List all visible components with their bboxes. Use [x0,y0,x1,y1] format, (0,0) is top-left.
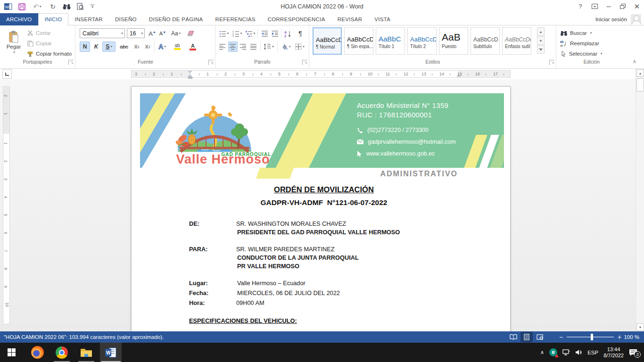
paste-button[interactable]: Pegar▾ [3,27,25,58]
font-color-button[interactable]: A [186,41,200,52]
highlight-color-button[interactable]: ab [170,41,184,52]
shading-button[interactable]: ▾ [279,41,292,52]
shrink-font-button[interactable]: A▼ [158,28,167,39]
text-effects-button[interactable]: A▾ [156,41,168,52]
tab-inicio[interactable]: INICIO [38,13,69,26]
tab-vista[interactable]: VISTA [368,13,396,25]
style-título-2[interactable]: AaBbCcDTítulo 2 [407,27,437,55]
paragraph-dialog-launcher[interactable]: ↘ [302,60,307,65]
styles-dialog-launcher[interactable]: ↘ [549,60,554,65]
customize-qat-button[interactable]: ▾ [90,2,95,11]
superscript-button[interactable]: X2 [142,41,153,52]
tab-correspondencia[interactable]: CORRESPONDENCIA [262,13,331,25]
style-título-1[interactable]: AaBbCTítulo 1 [376,27,405,55]
scrollbar-thumb[interactable] [636,78,644,91]
restore-button[interactable] [616,0,630,13]
font-size-combo[interactable]: 16▾ [127,28,145,38]
taskbar-chrome-button[interactable] [51,343,73,362]
increase-indent-button[interactable] [270,28,280,39]
zoom-slider-thumb[interactable] [591,334,593,340]
left-indent-marker[interactable] [188,77,192,79]
sign-in-link[interactable]: Iniciar sesión [595,13,627,25]
replace-button[interactable]: abac Reemplazar [560,39,599,48]
zoom-slider-track[interactable] [567,337,614,337]
italic-button[interactable]: K [91,41,101,52]
change-case-button[interactable]: Aa▾ [169,28,182,39]
justify-button[interactable] [249,41,258,52]
align-left-button[interactable] [218,41,227,52]
status-summary[interactable]: "HOJA CAMION 2022 06": 103.994 caractere… [4,331,164,343]
tab-archivo[interactable]: ARCHIVO [0,13,38,25]
start-button[interactable] [0,343,23,362]
tray-expand-chevron[interactable]: ∧ [540,349,544,355]
taskbar-word-button[interactable]: W [100,343,122,362]
horizontal-ruler[interactable]: 3211234567891011121314151617 [131,70,511,78]
select-button[interactable]: Seleccionar▾ [560,49,603,58]
style--sin-espa-[interactable]: AaBbCcDc¶ Sin espa... [344,27,373,55]
strikethrough-button[interactable]: abc [117,41,131,52]
styles-gallery-expand-button[interactable]: ▼ [537,45,545,54]
document-page[interactable]: GAD PARROQUIAL Valle Hermoso Acuerdo Min… [131,86,511,331]
clear-formatting-button[interactable] [185,28,197,39]
tab-referencias[interactable]: REFERENCIAS [209,13,262,25]
font-dialog-launcher[interactable]: ↘ [208,60,214,65]
clipboard-dialog-launcher[interactable]: ↘ [68,60,74,65]
redo-button[interactable]: ↻ [49,2,57,11]
network-icon[interactable] [562,349,570,355]
web-layout-button[interactable] [534,332,546,342]
cut-button[interactable]: Cortar [27,29,51,37]
antivirus-tray-icon[interactable]: e [549,348,557,356]
zoom-in-button[interactable]: + [618,331,621,343]
style--normal[interactable]: AaBbCcDc¶ Normal [313,27,342,55]
zoom-level[interactable]: 100 % [624,331,639,343]
vertical-scrollbar[interactable]: ▲ ▼ [636,69,644,331]
undo-dropdown-icon[interactable]: ▾ [40,5,41,8]
taskbar-explorer-button[interactable] [75,343,97,362]
find-binoculars-button[interactable] [62,2,71,11]
underline-button[interactable]: S▾ [102,41,116,52]
style-énfasis-sutil[interactable]: AaBbCcDcÉnfasis sutil [502,27,531,55]
taskbar-firefox-button[interactable] [26,343,48,362]
multilevel-list-button[interactable]: ▾ [244,28,256,39]
save-button[interactable] [17,2,26,11]
styles-scroll-up-button[interactable]: ▲ [537,27,545,36]
borders-button[interactable]: ▾ [293,41,306,52]
align-center-button[interactable] [228,41,238,52]
numbering-button[interactable]: 123▾ [231,28,243,39]
clock[interactable]: 13:44 8/7/2022 [603,346,624,359]
minimize-button[interactable]: ─ [602,0,616,13]
tab-diseño[interactable]: DISEÑO [109,13,143,25]
sort-button[interactable]: AZ [282,28,294,39]
notification-center-icon[interactable]: 3 [629,349,637,356]
tab-insertar[interactable]: INSERTAR [68,13,108,25]
tab-diseño-de-página[interactable]: DISEÑO DE PÁGINA [143,13,209,25]
language-indicator[interactable]: ESP [587,350,598,355]
read-mode-button[interactable] [507,332,520,342]
style-puesto[interactable]: AaBPuesto [439,27,468,55]
tab-revisar[interactable]: REVISAR [331,13,369,25]
user-avatar-icon[interactable] [631,14,641,25]
ribbon-display-options-button[interactable] [587,0,602,13]
collapse-ribbon-button[interactable]: ∧ [633,58,636,65]
subscript-button[interactable]: X2 [132,41,142,52]
print-layout-button[interactable] [520,332,533,342]
copy-button[interactable]: Copiar [27,39,52,48]
undo-button[interactable]: ↶▾ [31,2,43,11]
format-painter-button[interactable]: Copiar formato [27,49,72,58]
font-family-combo[interactable]: Calibri▾ [80,28,125,38]
bold-button[interactable]: N [80,41,90,52]
styles-scroll-down-button[interactable]: ▼ [537,36,545,45]
print-preview-button[interactable] [76,2,84,11]
zoom-out-button[interactable]: − [559,331,563,343]
find-button[interactable]: Buscar▾ [560,29,592,37]
vertical-ruler[interactable]: 2112345678910 [3,86,10,324]
bullets-button[interactable]: ▾ [218,28,230,39]
align-right-button[interactable] [239,41,248,52]
volume-icon[interactable] [575,349,582,355]
scroll-down-button[interactable]: ▼ [636,323,644,331]
decrease-indent-button[interactable] [259,28,270,39]
grow-font-button[interactable]: A▲ [148,28,157,39]
show-paragraph-marks-button[interactable]: ¶ [295,28,305,39]
tab-stop-selector[interactable] [2,69,12,79]
first-line-indent-marker[interactable] [188,71,192,74]
